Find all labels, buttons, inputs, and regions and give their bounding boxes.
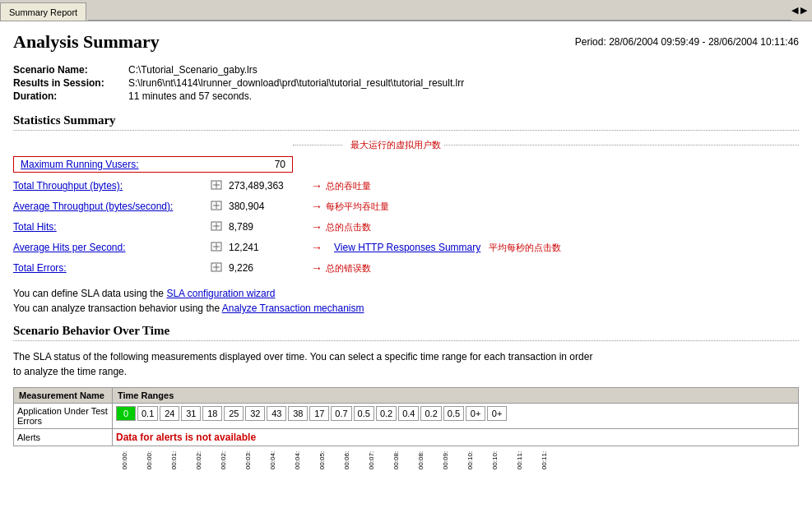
time-cell-12[interactable]: 0.2 [376, 406, 397, 421]
time-ranges: 0 0.1 24 31 18 25 32 43 38 17 0.7 0.5 [116, 406, 795, 421]
measurement-table: Measurement Name Time Ranges Application… [13, 387, 799, 446]
tick-13: 00:09: [433, 448, 457, 473]
time-cell-14[interactable]: 0.2 [420, 406, 441, 421]
time-cell-17[interactable]: 0+ [487, 406, 507, 421]
time-cell-15[interactable]: 0.5 [443, 406, 464, 421]
tick-2: 00:01: [161, 448, 186, 473]
avg-hits-extras: → View HTTP Responses Summary 平均每秒的点击数 [311, 241, 561, 254]
period-label: Period: [575, 36, 606, 48]
tick-15: 00:10: [482, 448, 507, 473]
time-cell-5[interactable]: 25 [224, 406, 244, 421]
arrow-icon: → [311, 200, 322, 213]
arrow-icon: → [311, 241, 322, 254]
throughput-value: 273,489,363 [229, 180, 311, 192]
arrow-icon: → [311, 179, 322, 192]
tick-0: 00:00: [112, 448, 137, 473]
total-hits-label[interactable]: Total Hits: [13, 221, 211, 233]
summary-report-tab[interactable]: Summary Report [0, 2, 86, 21]
tick-8: 00:05: [309, 448, 334, 473]
total-errors-icon [211, 262, 229, 275]
tick-5: 00:03: [235, 448, 260, 473]
time-cell-2[interactable]: 24 [160, 406, 179, 421]
sla-links-section: You can define SLA data using the SLA co… [13, 288, 799, 314]
duration-label: Duration: [13, 90, 128, 102]
scenario-name-row: Scenario Name: C:\Tutorial_Scenario_gaby… [13, 64, 799, 76]
time-cell-11[interactable]: 0.5 [354, 406, 374, 421]
time-cell-8[interactable]: 38 [288, 406, 308, 421]
total-hits-value: 8,789 [229, 221, 311, 233]
tick-14: 00:10: [457, 448, 482, 473]
time-cell-0[interactable]: 0 [116, 406, 136, 421]
alerts-cell: Alerts [14, 429, 113, 446]
arrow-icon: → [311, 261, 322, 275]
scenario-behavior-section: Scenario Behavior Over Time The SLA stat… [13, 324, 799, 473]
scenario-description: The SLA status of the following measurem… [13, 349, 799, 379]
avg-throughput-row: Average Throughput (bytes/second): 380,9… [13, 198, 799, 215]
time-cell-13[interactable]: 0.4 [398, 406, 419, 421]
time-cell-3[interactable]: 31 [181, 406, 201, 421]
time-cell-7[interactable]: 43 [267, 406, 286, 421]
table-header-row: Measurement Name Time Ranges [14, 388, 799, 404]
time-cell-4[interactable]: 18 [202, 406, 222, 421]
col-time-ranges: Time Ranges [113, 388, 799, 404]
view-http-link[interactable]: View HTTP Responses Summary [334, 242, 480, 253]
scenario-name-label: Scenario Name: [13, 64, 128, 76]
results-label: Results in Session: [13, 77, 128, 89]
time-axis: 00:00: 00:00: 00:01: 00:02: 00:02: 00:03… [13, 448, 799, 473]
total-hits-icon [211, 221, 229, 233]
no-data-message: Data for alerts is not available [116, 432, 256, 443]
arrow-icon: → [311, 220, 322, 233]
main-content: Analysis Summary Period: 28/06/2004 09:5… [0, 21, 812, 508]
period-text: Period: 28/06/2004 09:59:49 - 28/06/2004… [575, 36, 799, 48]
time-cell-10[interactable]: 0.7 [331, 406, 351, 421]
avg-throughput-label[interactable]: Average Throughput (bytes/second): [13, 201, 211, 212]
time-ranges-cell: 0 0.1 24 31 18 25 32 43 38 17 0.7 0.5 [113, 404, 799, 429]
app-under-test-cell: Application Under TestErrors [14, 404, 113, 429]
duration-value: 11 minutes and 57 seconds. [128, 90, 252, 102]
throughput-icon [211, 180, 229, 192]
time-cell-1[interactable]: 0.1 [137, 406, 158, 421]
results-value: S:\lrun6\nt\1414\lrunner_download\prd\tu… [128, 77, 464, 89]
tick-7: 00:04: [285, 448, 309, 473]
total-errors-label[interactable]: Total Errors: [13, 262, 211, 274]
statistics-title: Statistics Summary [13, 113, 799, 131]
tick-4: 00:02: [211, 448, 235, 473]
time-cell-16[interactable]: 0+ [466, 406, 485, 421]
alerts-row: Alerts Data for alerts is not available [14, 429, 799, 446]
throughput-label[interactable]: Total Throughput (bytes): [13, 180, 211, 192]
duration-row: Duration: 11 minutes and 57 seconds. [13, 90, 799, 102]
sla-line2: You can analyze transaction behavior usi… [13, 302, 799, 314]
total-hits-annotation: → 总的点击数 [311, 220, 371, 233]
tick-6: 00:04: [260, 448, 285, 473]
results-row: Results in Session: S:\lrun6\nt\1414\lru… [13, 77, 799, 89]
tick-11: 00:08: [383, 448, 408, 473]
tick-3: 00:02: [186, 448, 211, 473]
max-vusers-annotation-row: 最大运行的虚拟用户数 [13, 139, 799, 151]
scenario-behavior-title: Scenario Behavior Over Time [13, 324, 799, 341]
tick-1: 00:00: [137, 448, 161, 473]
avg-hits-label[interactable]: Average Hits per Second: [13, 242, 211, 253]
max-vusers-value: 70 [275, 159, 285, 170]
sla-line1: You can define SLA data using the SLA co… [13, 288, 799, 299]
avg-throughput-annotation: → 每秒平均吞吐量 [311, 200, 389, 213]
tick-10: 00:07: [359, 448, 383, 473]
avg-throughput-value: 380,904 [229, 201, 311, 212]
avg-hits-row: Average Hits per Second: 12,241 → View H… [13, 239, 799, 256]
tab-label: Summary Report [9, 7, 77, 17]
tab-bar: Summary Report ◀ ▶ [0, 0, 812, 21]
sla-wizard-link[interactable]: SLA configuration wizard [166, 288, 275, 299]
total-hits-row: Total Hits: 8,789 → 总的点击数 [13, 219, 799, 235]
total-errors-row: Total Errors: 9,226 → 总的错误数 [13, 260, 799, 276]
throughput-annotation: → 总的吞吐量 [311, 179, 371, 192]
tick-9: 00:06: [334, 448, 359, 473]
tick-12: 00:08: [408, 448, 433, 473]
max-vusers-label[interactable]: Maximum Running Vusers: [21, 159, 267, 170]
analyze-transaction-link[interactable]: Analyze Transaction mechanism [222, 302, 364, 314]
time-cell-9[interactable]: 17 [309, 406, 329, 421]
table-row: Application Under TestErrors 0 0.1 24 31… [14, 404, 799, 429]
time-cell-6[interactable]: 32 [245, 406, 265, 421]
statistics-section: Statistics Summary 最大运行的虚拟用户数 Maximum Ru… [13, 113, 799, 276]
avg-hits-icon [211, 242, 229, 254]
total-errors-annotation: → 总的错误数 [311, 261, 371, 275]
max-vusers-row: Maximum Running Vusers: 70 [13, 156, 799, 173]
